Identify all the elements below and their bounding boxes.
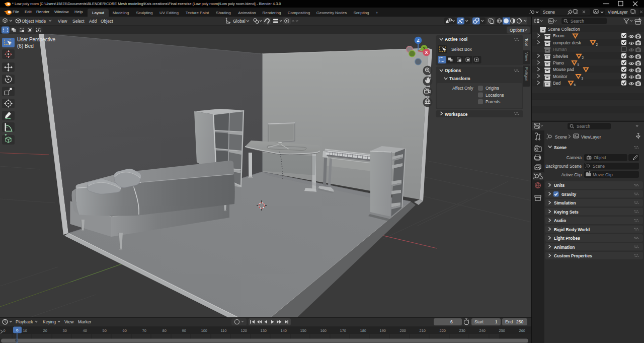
svg-text:70: 70 xyxy=(142,328,146,333)
svg-text:210: 210 xyxy=(420,328,426,333)
svg-text:Select Box: Select Box xyxy=(451,47,472,52)
svg-text:Playback: Playback xyxy=(16,319,33,324)
svg-text:Light Probes: Light Probes xyxy=(554,236,580,241)
svg-text:Options: Options xyxy=(445,68,461,73)
svg-text:90: 90 xyxy=(182,328,186,333)
svg-text:110: 110 xyxy=(221,328,227,333)
svg-text:ViewLayer: ViewLayer xyxy=(581,134,601,140)
svg-text:6: 6 xyxy=(450,319,453,324)
svg-text:220: 220 xyxy=(440,328,446,333)
svg-text:Active Clip: Active Clip xyxy=(561,172,582,177)
svg-text:10: 10 xyxy=(23,328,27,333)
svg-text:Scene: Scene xyxy=(554,145,567,150)
svg-text:(6) Bed: (6) Bed xyxy=(17,43,34,49)
svg-text:Gravity: Gravity xyxy=(561,192,577,197)
svg-text:30: 30 xyxy=(63,328,67,333)
svg-text:Options: Options xyxy=(510,28,524,33)
svg-text:250: 250 xyxy=(499,328,506,333)
svg-text:80: 80 xyxy=(163,328,167,333)
svg-text:Scene: Scene xyxy=(555,134,567,140)
svg-text:Affect Only: Affect Only xyxy=(452,86,473,91)
svg-text:160: 160 xyxy=(320,328,327,333)
svg-text:Active Tool: Active Tool xyxy=(445,37,467,42)
svg-text:Units: Units xyxy=(554,183,565,188)
svg-text:Object: Object xyxy=(594,155,606,160)
svg-text:Search: Search xyxy=(577,124,590,129)
svg-text:Camera: Camera xyxy=(567,155,582,160)
svg-text:Animation: Animation xyxy=(554,245,575,250)
svg-text:Origins: Origins xyxy=(486,86,499,91)
svg-text:View: View xyxy=(64,319,74,324)
svg-text:Keying Sets: Keying Sets xyxy=(554,210,579,215)
svg-text:5: 5 xyxy=(578,63,580,66)
svg-text:Scene: Scene xyxy=(593,164,605,169)
svg-text:Bed: Bed xyxy=(553,81,560,86)
svg-text:40: 40 xyxy=(83,328,87,333)
svg-text:60: 60 xyxy=(123,328,127,333)
svg-text:Z: Z xyxy=(417,38,419,43)
svg-text:Audio: Audio xyxy=(554,218,566,223)
svg-text:Background Scene: Background Scene xyxy=(545,164,582,169)
svg-text:ViewLayer: ViewLayer xyxy=(608,10,628,15)
svg-text:Search: Search xyxy=(571,19,584,24)
svg-text:User Perspective: User Perspective xyxy=(17,37,56,42)
svg-text:Keying: Keying xyxy=(43,319,56,324)
svg-text:Custom Properties: Custom Properties xyxy=(554,253,592,258)
svg-text:130: 130 xyxy=(261,328,267,333)
svg-text:50: 50 xyxy=(103,328,107,333)
svg-text:Workspace: Workspace xyxy=(445,112,467,117)
svg-text:6: 6 xyxy=(574,83,576,87)
svg-text:20: 20 xyxy=(43,328,47,333)
svg-text:150: 150 xyxy=(300,328,307,333)
svg-text:250: 250 xyxy=(516,319,523,324)
svg-text:Human: Human xyxy=(553,47,567,52)
svg-text:6: 6 xyxy=(16,328,19,332)
svg-text:2: 2 xyxy=(596,43,598,46)
svg-text:230: 230 xyxy=(459,328,466,333)
svg-text:Monitor: Monitor xyxy=(553,74,568,79)
svg-text:120: 120 xyxy=(241,328,248,333)
svg-text:Movie Clip: Movie Clip xyxy=(593,172,613,177)
svg-text:260: 260 xyxy=(519,328,526,333)
svg-text:Global: Global xyxy=(233,19,246,24)
svg-text:240: 240 xyxy=(479,328,486,333)
svg-text:Piano: Piano xyxy=(553,60,564,65)
svg-text:200: 200 xyxy=(400,328,407,333)
svg-text:170: 170 xyxy=(340,328,347,333)
svg-text:2: 2 xyxy=(582,56,584,59)
svg-text:End: End xyxy=(505,319,513,324)
svg-text:Simulation: Simulation xyxy=(554,200,576,205)
svg-text:Parents: Parents xyxy=(486,99,500,104)
svg-text:Shevles: Shevles xyxy=(553,54,568,59)
svg-text:190: 190 xyxy=(380,328,386,333)
svg-text:180: 180 xyxy=(360,328,367,333)
svg-text:1: 1 xyxy=(495,319,498,324)
svg-text:X: X xyxy=(425,50,428,55)
svg-text:Marker: Marker xyxy=(78,319,92,324)
svg-text:140: 140 xyxy=(281,328,287,333)
svg-text:Scene Collection: Scene Collection xyxy=(548,27,580,32)
svg-text:Transform: Transform xyxy=(449,76,470,81)
svg-text:cumputer desk: cumputer desk xyxy=(553,40,581,45)
svg-text:Room: Room xyxy=(553,33,565,38)
svg-text:Scene: Scene xyxy=(543,10,555,15)
svg-text:Start: Start xyxy=(474,319,484,324)
svg-text:Mouse pad: Mouse pad xyxy=(553,67,574,72)
svg-text:Locations: Locations xyxy=(486,93,504,98)
svg-text:100: 100 xyxy=(201,328,208,333)
svg-text:Rigid Body World: Rigid Body World xyxy=(554,227,590,232)
svg-text:3: 3 xyxy=(582,77,584,80)
svg-text:0: 0 xyxy=(4,328,6,333)
